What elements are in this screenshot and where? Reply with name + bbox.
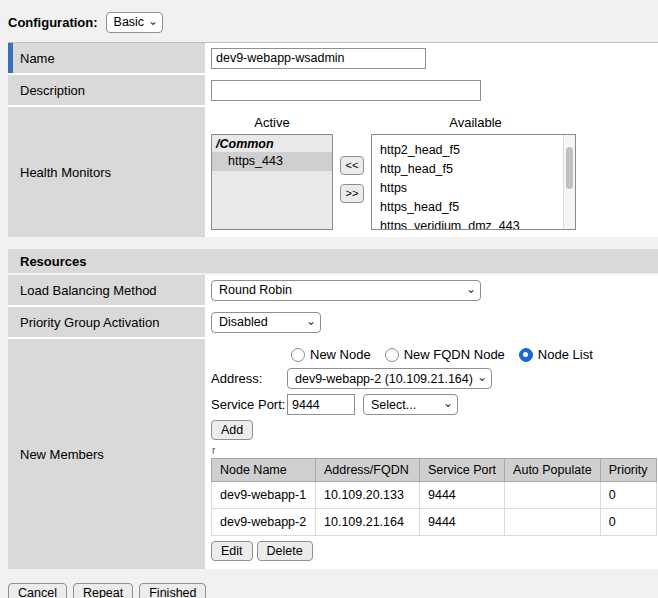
col-header-address-fqdn[interactable]: Address/FQDN bbox=[316, 459, 420, 482]
move-to-available-button[interactable]: >> bbox=[340, 184, 364, 203]
name-row: Name bbox=[8, 43, 658, 73]
chevron-down-icon: ⌄ bbox=[148, 14, 158, 28]
member-address: 10.109.21.164 bbox=[316, 509, 420, 536]
member-priority: 0 bbox=[600, 482, 656, 509]
priority-group-content-cell: Disabled ⌄ bbox=[205, 307, 658, 337]
service-port-label: Service Port: bbox=[211, 397, 287, 412]
member-service-port: 9444 bbox=[420, 482, 505, 509]
service-port-line: Service Port: Select... ⌄ bbox=[211, 394, 658, 415]
service-port-select-value: Select... bbox=[371, 398, 416, 412]
address-label: Address: bbox=[211, 371, 287, 386]
new-fqdn-node-radio[interactable] bbox=[385, 348, 399, 362]
member-service-port: 9444 bbox=[420, 509, 505, 536]
new-node-radio-label: New Node bbox=[310, 347, 371, 362]
priority-group-row: Priority Group Activation Disabled ⌄ bbox=[8, 307, 658, 337]
health-monitors-label-cell: Health Monitors bbox=[8, 107, 205, 237]
available-monitor-item[interactable]: https_head_f5 bbox=[372, 198, 575, 217]
health-monitors-body: /Common https_443 << >> http2_head_f5 ht… bbox=[211, 134, 658, 230]
description-row: Description bbox=[8, 75, 658, 105]
health-monitors-headings: Active Available bbox=[211, 115, 658, 130]
col-header-service-port[interactable]: Service Port bbox=[420, 459, 505, 482]
name-input[interactable] bbox=[211, 48, 426, 69]
col-header-priority[interactable]: Priority bbox=[600, 459, 656, 482]
delete-button[interactable]: Delete bbox=[257, 541, 313, 561]
member-priority: 0 bbox=[600, 509, 656, 536]
service-port-select[interactable]: Select... ⌄ bbox=[363, 394, 458, 415]
resources-table: Load Balancing Method Round Robin ⌄ Prio… bbox=[8, 275, 658, 569]
node-list-radio[interactable] bbox=[519, 348, 533, 362]
radio-option-new-fqdn-node[interactable]: New FQDN Node bbox=[385, 347, 505, 362]
chevron-down-icon: ⌄ bbox=[477, 370, 487, 384]
load-balancing-select[interactable]: Round Robin ⌄ bbox=[211, 280, 481, 301]
chevron-down-icon: ⌄ bbox=[306, 314, 316, 328]
member-node-name: dev9-webapp-1 bbox=[212, 482, 316, 509]
member-auto-populate bbox=[505, 509, 601, 536]
priority-group-label: Priority Group Activation bbox=[20, 315, 159, 330]
configuration-bar: Configuration: Basic ⌄ bbox=[0, 0, 658, 42]
members-table: Node Name Address/FQDN Service Port Auto… bbox=[211, 458, 657, 536]
member-auto-populate bbox=[505, 482, 601, 509]
col-header-auto-populate[interactable]: Auto Populate bbox=[505, 459, 601, 482]
chevron-down-icon: ⌄ bbox=[443, 396, 453, 410]
member-address: 10.109.20.133 bbox=[316, 482, 420, 509]
configuration-select[interactable]: Basic ⌄ bbox=[106, 12, 164, 33]
members-table-header-row: Node Name Address/FQDN Service Port Auto… bbox=[212, 459, 657, 482]
load-balancing-label: Load Balancing Method bbox=[20, 283, 157, 298]
general-properties-table: Name Description Health Monitors Active … bbox=[8, 42, 658, 237]
health-monitors-label: Health Monitors bbox=[20, 165, 111, 180]
active-monitors-listbox[interactable]: /Common https_443 bbox=[211, 134, 333, 230]
available-monitor-item[interactable]: https bbox=[372, 179, 575, 198]
priority-group-select-value: Disabled bbox=[219, 315, 268, 329]
description-label-cell: Description bbox=[8, 75, 205, 105]
member-node-name: dev9-webapp-2 bbox=[212, 509, 316, 536]
member-actions: Edit Delete bbox=[211, 541, 658, 561]
available-monitor-item[interactable]: http_head_f5 bbox=[372, 160, 575, 179]
member-type-radios: New Node New FQDN Node Node List bbox=[291, 347, 658, 362]
available-monitor-item[interactable]: https_veridium_dmz_443 bbox=[372, 217, 575, 230]
available-monitors-listbox[interactable]: http2_head_f5 http_head_f5 https https_h… bbox=[371, 134, 576, 230]
new-node-radio[interactable] bbox=[291, 348, 305, 362]
name-label-cell: Name bbox=[8, 43, 205, 73]
address-select[interactable]: dev9-webapp-2 (10.109.21.164) ⌄ bbox=[287, 368, 492, 389]
section-gap bbox=[0, 237, 658, 249]
load-balancing-label-cell: Load Balancing Method bbox=[8, 275, 205, 305]
radio-option-node-list[interactable]: Node List bbox=[519, 347, 593, 362]
member-row[interactable]: dev9-webapp-1 10.109.20.133 9444 0 bbox=[212, 482, 657, 509]
member-row[interactable]: dev9-webapp-2 10.109.21.164 9444 0 bbox=[212, 509, 657, 536]
service-port-input[interactable] bbox=[287, 394, 355, 415]
repeat-button[interactable]: Repeat bbox=[73, 583, 133, 598]
new-members-label-cell: New Members bbox=[8, 339, 205, 569]
cancel-button[interactable]: Cancel bbox=[8, 583, 67, 598]
scrollbar-thumb[interactable] bbox=[566, 147, 573, 189]
health-monitors-content: Active Available /Common https_443 << >>… bbox=[205, 107, 658, 237]
health-monitors-row: Health Monitors Active Available /Common… bbox=[8, 107, 658, 237]
description-content-cell bbox=[205, 75, 658, 105]
resources-section-header: Resources bbox=[8, 249, 658, 273]
new-members-label: New Members bbox=[20, 447, 104, 462]
active-list-heading: Active bbox=[211, 115, 333, 130]
edit-button[interactable]: Edit bbox=[211, 541, 253, 561]
scrollbar-track[interactable] bbox=[563, 135, 575, 229]
partition-group-label: /Common bbox=[212, 135, 332, 152]
form-footer: Cancel Repeat Finished bbox=[8, 583, 658, 598]
available-list-heading: Available bbox=[373, 115, 578, 130]
name-label: Name bbox=[20, 51, 55, 66]
description-label: Description bbox=[20, 83, 85, 98]
available-monitor-item[interactable]: http2_head_f5 bbox=[372, 141, 575, 160]
new-fqdn-node-radio-label: New FQDN Node bbox=[404, 347, 505, 362]
col-header-node-name[interactable]: Node Name bbox=[212, 459, 316, 482]
radio-option-new-node[interactable]: New Node bbox=[291, 347, 371, 362]
new-members-content: New Node New FQDN Node Node List Address… bbox=[205, 339, 658, 569]
priority-group-select[interactable]: Disabled ⌄ bbox=[211, 312, 321, 333]
add-button[interactable]: Add bbox=[211, 420, 253, 440]
load-balancing-content-cell: Round Robin ⌄ bbox=[205, 275, 658, 305]
name-content-cell bbox=[205, 43, 658, 73]
description-input[interactable] bbox=[211, 80, 481, 101]
finished-button[interactable]: Finished bbox=[139, 583, 206, 598]
load-balancing-row: Load Balancing Method Round Robin ⌄ bbox=[8, 275, 658, 305]
chevron-down-icon: ⌄ bbox=[466, 282, 476, 296]
new-members-row: New Members New Node New FQDN Node Node … bbox=[8, 339, 658, 569]
stray-text: r bbox=[212, 445, 658, 457]
move-to-active-button[interactable]: << bbox=[340, 156, 364, 175]
active-monitor-item[interactable]: https_443 bbox=[212, 152, 332, 171]
